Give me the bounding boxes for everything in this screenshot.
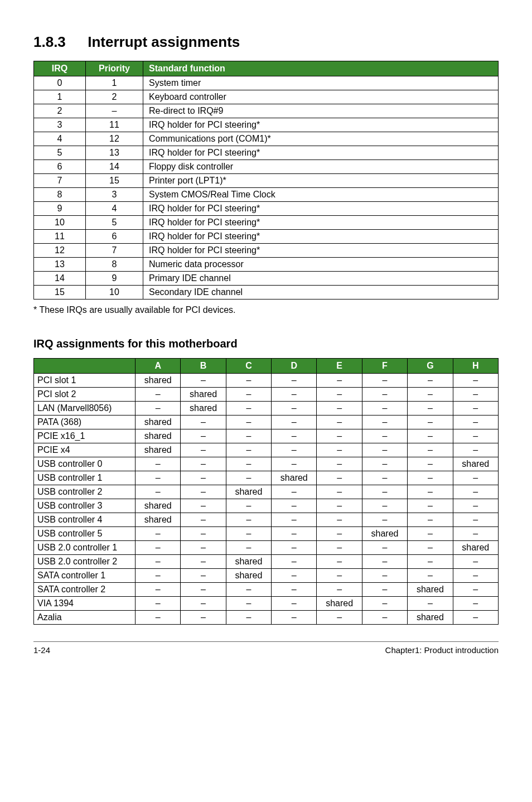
table-row: USB controller 0–––––––shared [34,457,499,471]
col-header-letter: E [317,359,362,374]
cell-assignment: – [226,402,271,416]
cell-function: IRQ holder for PCI steering* [143,118,499,132]
cell-assignment: – [453,597,498,611]
table-row: 94IRQ holder for PCI steering* [34,202,499,216]
sub-heading: IRQ assignments for this motherboard [33,337,499,350]
cell-assignment: – [181,541,226,555]
cell-assignment: – [317,388,362,402]
table-row: SATA controller 2––––––shared– [34,583,499,597]
cell-assignment: – [362,611,407,625]
cell-assignment: – [362,402,407,416]
cell-device-label: VIA 1394 [34,597,136,611]
cell-irq: 8 [34,188,86,202]
col-header-letter: C [226,359,271,374]
cell-device-label: PCIE x4 [34,443,136,457]
cell-assignment: – [453,471,498,485]
irq-table: IRQ Priority Standard function 01System … [33,61,499,299]
cell-assignment: – [272,569,317,583]
cell-device-label: USB controller 0 [34,457,136,471]
cell-priority: 1 [86,76,143,90]
cell-assignment: – [453,388,498,402]
table-row: USB controller 4shared––––––– [34,513,499,527]
table-row: 116IRQ holder for PCI steering* [34,230,499,244]
cell-assignment: – [453,485,498,499]
table-row: USB 2.0 controller 1–––––––shared [34,541,499,555]
cell-assignment: – [226,499,271,513]
cell-assignment: – [317,471,362,485]
cell-assignment: – [453,569,498,583]
cell-device-label: USB controller 3 [34,499,136,513]
table-row: 1510Secondary IDE channel [34,286,499,299]
page-number: 1-24 [33,645,50,655]
cell-assignment: – [317,513,362,527]
cell-assignment: – [362,485,407,499]
cell-assignment: – [272,513,317,527]
cell-assignment: – [453,416,498,429]
cell-assignment: – [362,457,407,471]
cell-assignment: – [317,429,362,443]
cell-irq: 2 [34,104,86,118]
cell-assignment: – [226,597,271,611]
section-number: 1.8.3 [33,33,84,51]
cell-device-label: PCI slot 2 [34,388,136,402]
cell-assignment: shared [453,541,498,555]
table-row: USB controller 3shared––––––– [34,499,499,513]
cell-priority: 4 [86,202,143,216]
cell-assignment: – [362,416,407,429]
col-header-letter: D [272,359,317,374]
cell-irq: 5 [34,146,86,160]
cell-function: Floppy disk controller [143,160,499,174]
table-row: 412Communications port (COM1)* [34,132,499,146]
cell-priority: 9 [86,272,143,286]
cell-assignment: – [408,541,453,555]
cell-assignment: – [362,583,407,597]
cell-assignment: – [136,597,181,611]
cell-device-label: USB controller 5 [34,527,136,541]
table-row: 2–Re-direct to IRQ#9 [34,104,499,118]
cell-assignment: – [362,443,407,457]
cell-assignment: – [362,499,407,513]
cell-priority: 3 [86,188,143,202]
table-row: Azalia––––––shared– [34,611,499,625]
cell-device-label: PCI slot 1 [34,374,136,388]
cell-assignment: – [181,597,226,611]
cell-assignment: – [136,611,181,625]
table-row: USB controller 5–––––shared–– [34,527,499,541]
cell-irq: 9 [34,202,86,216]
cell-assignment: – [272,457,317,471]
cell-assignment: – [181,457,226,471]
cell-assignment: shared [181,388,226,402]
cell-assignment: – [226,583,271,597]
cell-assignment: – [226,457,271,471]
table-row: PATA (368)shared––––––– [34,416,499,429]
cell-priority: 5 [86,216,143,230]
cell-assignment: shared [226,485,271,499]
cell-assignment: – [453,374,498,388]
cell-function: System CMOS/Real Time Clock [143,188,499,202]
cell-priority: 2 [86,90,143,104]
table-header-row: IRQ Priority Standard function [34,61,499,76]
cell-assignment: – [226,443,271,457]
table-row: 105IRQ holder for PCI steering* [34,216,499,230]
cell-irq: 13 [34,258,86,272]
cell-irq: 14 [34,272,86,286]
cell-assignment: – [226,471,271,485]
cell-assignment: – [136,457,181,471]
cell-assignment: – [136,583,181,597]
cell-assignment: – [136,471,181,485]
cell-assignment: shared [136,374,181,388]
cell-priority: 13 [86,146,143,160]
cell-irq: 6 [34,160,86,174]
cell-assignment: – [226,513,271,527]
cell-assignment: – [181,583,226,597]
cell-function: Printer port (LPT1)* [143,174,499,188]
cell-device-label: USB controller 1 [34,471,136,485]
cell-assignment: – [317,541,362,555]
cell-assignment: – [136,485,181,499]
cell-assignment: shared [226,569,271,583]
cell-assignment: – [408,499,453,513]
cell-assignment: – [317,485,362,499]
cell-assignment: – [317,569,362,583]
table-row: PCIE x16_1shared––––––– [34,429,499,443]
cell-assignment: – [181,513,226,527]
